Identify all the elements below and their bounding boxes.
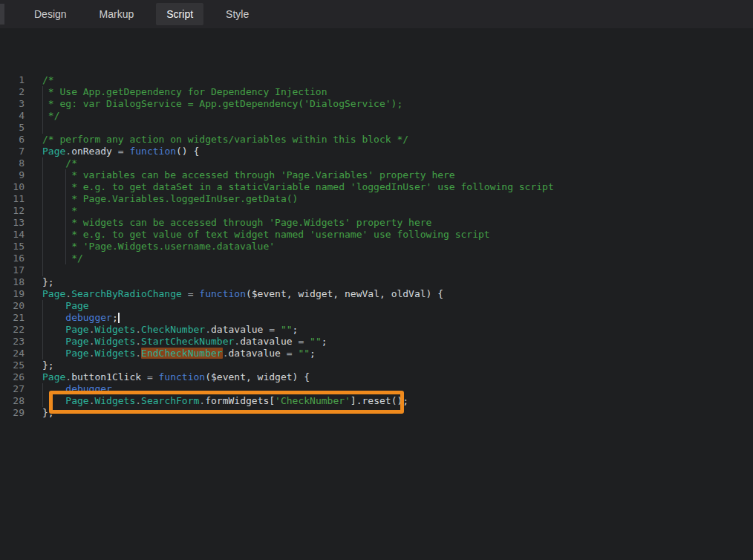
code-token: . bbox=[135, 336, 141, 347]
code-line-content[interactable] bbox=[28, 264, 753, 276]
code-line-content[interactable]: Page bbox=[28, 300, 753, 312]
indent-guide bbox=[42, 98, 43, 110]
code-line-content[interactable]: Page.Widgets.CheckNumber.datavalue = ""; bbox=[28, 324, 753, 336]
code-token: /* bbox=[42, 74, 54, 85]
code-token: . bbox=[135, 348, 141, 359]
code-line[interactable]: 7Page.onReady = function() { bbox=[0, 146, 753, 157]
line-number: 12 bbox=[0, 205, 28, 217]
code-token: function bbox=[199, 288, 246, 299]
code-token: }; bbox=[42, 276, 54, 287]
indent-guide bbox=[42, 324, 43, 336]
code-line-content[interactable]: * eg: var DialogService = App.getDepende… bbox=[28, 98, 753, 110]
code-line-content[interactable]: Page.button1Click = function($event, wid… bbox=[28, 371, 753, 383]
indent-guide bbox=[42, 336, 43, 348]
code-line[interactable]: 16 */ bbox=[0, 253, 753, 264]
indent-guide bbox=[42, 86, 43, 98]
code-line-content[interactable]: /* bbox=[28, 157, 753, 169]
code-line[interactable]: 25}; bbox=[0, 359, 753, 371]
code-line-content[interactable]: * variables can be accessed through 'Pag… bbox=[28, 169, 753, 181]
code-line[interactable]: 17 bbox=[0, 264, 753, 276]
code-line[interactable]: 23 Page.Widgets.StartCheckNumber.dataval… bbox=[0, 336, 753, 348]
code-token: onReady bbox=[71, 146, 112, 157]
collapsed-panel-strip[interactable] bbox=[0, 4, 4, 25]
code-line-content[interactable]: * widgets can be accessed through 'Page.… bbox=[28, 217, 753, 229]
code-line[interactable]: 11 * Page.Variables.loggedInUser.getData… bbox=[0, 193, 753, 205]
code-line-content[interactable]: debugger; bbox=[28, 312, 753, 324]
code-token: = bbox=[112, 146, 129, 157]
code-line[interactable]: 9 * variables can be accessed through 'P… bbox=[0, 169, 753, 181]
code-line[interactable]: 5 bbox=[0, 122, 753, 134]
code-token: /* bbox=[42, 157, 77, 169]
code-line[interactable]: 24 Page.Widgets.EndCheckNumber.datavalue… bbox=[0, 348, 753, 359]
indent-guide bbox=[42, 312, 43, 324]
code-line-content[interactable]: Page.SearchByRadioChange = function($eve… bbox=[28, 288, 753, 300]
code-line[interactable]: 15 * 'Page.Widgets.username.datavalue' bbox=[0, 241, 753, 253]
code-line-content[interactable]: */ bbox=[28, 253, 753, 264]
code-line-content[interactable]: }; bbox=[28, 407, 753, 419]
code-line[interactable]: 2 * Use App.getDependency for Dependency… bbox=[0, 86, 753, 98]
code-line[interactable]: 27 debugger bbox=[0, 383, 753, 395]
code-token: CheckNumber bbox=[141, 324, 205, 335]
code-token: . bbox=[234, 336, 240, 347]
code-line[interactable]: 29}; bbox=[0, 407, 753, 419]
line-number: 28 bbox=[0, 395, 28, 407]
code-line-content[interactable]: }; bbox=[28, 359, 753, 371]
code-token: Widgets bbox=[94, 395, 135, 406]
code-line-content[interactable]: Page.Widgets.StartCheckNumber.datavalue … bbox=[28, 336, 753, 348]
code-line-content[interactable]: * 'Page.Widgets.username.datavalue' bbox=[28, 241, 753, 253]
code-line[interactable]: 13 * widgets can be accessed through 'Pa… bbox=[0, 217, 753, 229]
code-line-content[interactable]: /* perform any action on widgets/variabl… bbox=[28, 134, 753, 146]
code-line-content[interactable]: */ bbox=[28, 110, 753, 122]
tab-markup[interactable]: Markup bbox=[89, 3, 145, 25]
indent-guide bbox=[42, 157, 43, 169]
code-line-content[interactable]: Page.onReady = function() { bbox=[28, 146, 753, 157]
indent-guide bbox=[42, 181, 43, 193]
tab-design[interactable]: Design bbox=[24, 3, 77, 25]
indent-guide bbox=[42, 193, 43, 205]
code-line[interactable]: 3 * eg: var DialogService = App.getDepen… bbox=[0, 98, 753, 110]
code-token: StartCheckNumber bbox=[141, 336, 234, 347]
code-line[interactable]: 19Page.SearchByRadioChange = function($e… bbox=[0, 288, 753, 300]
code-line-content[interactable]: * Use App.getDependency for Dependency I… bbox=[28, 86, 753, 98]
code-area[interactable]: 1/*2 * Use App.getDependency for Depende… bbox=[0, 74, 753, 419]
code-line-content[interactable]: Page.Widgets.EndCheckNumber.datavalue = … bbox=[28, 348, 753, 359]
code-token: debugger bbox=[65, 312, 112, 323]
tab-style[interactable]: Style bbox=[215, 3, 259, 25]
code-line[interactable]: 21 debugger; bbox=[0, 312, 753, 324]
line-number: 19 bbox=[0, 288, 28, 300]
code-line-content[interactable]: debugger bbox=[28, 383, 753, 395]
indent-guide bbox=[42, 205, 43, 217]
code-token: Page bbox=[65, 300, 88, 311]
code-line[interactable]: 8 /* bbox=[0, 157, 753, 169]
script-code-editor[interactable]: 1/*2 * Use App.getDependency for Depende… bbox=[0, 28, 753, 560]
code-token: Page bbox=[65, 348, 88, 359]
code-token: Page bbox=[65, 324, 88, 335]
code-token: */ bbox=[42, 110, 59, 121]
code-line-content[interactable]: /* bbox=[28, 74, 753, 86]
code-line[interactable]: 20 Page bbox=[0, 300, 753, 312]
code-line[interactable]: 10 * e.g. to get dataSet in a staticVari… bbox=[0, 181, 753, 193]
code-scroller[interactable]: 1/*2 * Use App.getDependency for Depende… bbox=[0, 28, 753, 560]
code-line[interactable]: 1/* bbox=[0, 74, 753, 86]
code-line[interactable]: 14 * e.g. to get value of text widget na… bbox=[0, 229, 753, 241]
indent-guide bbox=[42, 169, 43, 181]
tab-script[interactable]: Script bbox=[156, 3, 203, 25]
code-token: * Page.Variables.loggedInUser.getData() bbox=[42, 193, 298, 204]
code-line[interactable]: 22 Page.Widgets.CheckNumber.datavalue = … bbox=[0, 324, 753, 336]
code-line[interactable]: 12 * bbox=[0, 205, 753, 217]
code-line[interactable]: 28 Page.Widgets.SearchForm.formWidgets['… bbox=[0, 395, 753, 407]
code-line-content[interactable]: * e.g. to get value of text widget named… bbox=[28, 229, 753, 241]
code-line-content[interactable] bbox=[28, 122, 753, 134]
code-line-content[interactable]: * e.g. to get dataSet in a staticVariabl… bbox=[28, 181, 753, 193]
code-line[interactable]: 4 */ bbox=[0, 110, 753, 122]
code-line-content[interactable]: * bbox=[28, 205, 753, 217]
line-number: 15 bbox=[0, 241, 28, 253]
code-line-content[interactable]: * Page.Variables.loggedInUser.getData() bbox=[28, 193, 753, 205]
line-number: 22 bbox=[0, 324, 28, 336]
code-line[interactable]: 6/* perform any action on widgets/variab… bbox=[0, 134, 753, 146]
code-line-content[interactable]: Page.Widgets.SearchForm.formWidgets['Che… bbox=[28, 395, 753, 407]
code-line-content[interactable]: }; bbox=[28, 276, 753, 288]
indent-guide bbox=[42, 253, 43, 264]
code-line[interactable]: 26Page.button1Click = function($event, w… bbox=[0, 371, 753, 383]
code-line[interactable]: 18}; bbox=[0, 276, 753, 288]
